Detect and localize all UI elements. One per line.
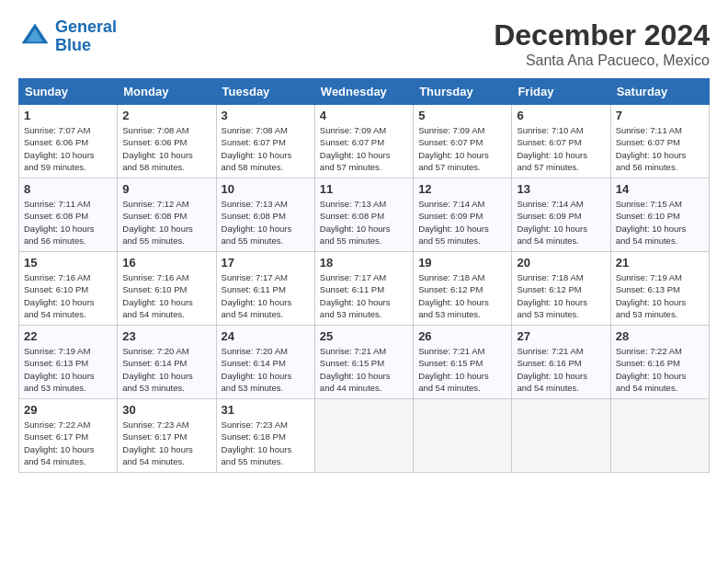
logo: General Blue [18,18,117,55]
day-number: 7 [616,109,704,122]
day-cell: 9Sunrise: 7:12 AM Sunset: 6:08 PM Daylig… [118,178,216,252]
week-row-3: 15Sunrise: 7:16 AM Sunset: 6:10 PM Dayli… [19,252,710,326]
day-cell: 30Sunrise: 7:23 AM Sunset: 6:17 PM Dayli… [118,399,216,473]
day-number: 31 [222,403,310,417]
day-info: Sunrise: 7:08 AM Sunset: 6:07 PM Dayligh… [222,124,310,173]
day-cell: 24Sunrise: 7:20 AM Sunset: 6:14 PM Dayli… [216,326,314,399]
day-cell [512,399,610,473]
day-info: Sunrise: 7:16 AM Sunset: 6:10 PM Dayligh… [24,271,112,320]
day-number: 14 [616,182,704,196]
day-number: 28 [616,329,704,343]
location-title: Santa Ana Pacueco, Mexico [494,52,710,69]
day-cell: 6Sunrise: 7:10 AM Sunset: 6:07 PM Daylig… [512,105,610,178]
logo-line2: Blue [55,36,91,54]
day-info: Sunrise: 7:23 AM Sunset: 6:18 PM Dayligh… [222,419,310,467]
header-monday: Monday [118,79,216,105]
day-cell: 12Sunrise: 7:14 AM Sunset: 6:09 PM Dayli… [414,178,512,252]
day-cell: 22Sunrise: 7:19 AM Sunset: 6:13 PM Dayli… [19,326,118,399]
logo-text: General Blue [55,18,117,55]
day-info: Sunrise: 7:11 AM Sunset: 6:07 PM Dayligh… [616,124,704,173]
day-cell: 16Sunrise: 7:16 AM Sunset: 6:10 PM Dayli… [118,252,216,326]
day-cell: 26Sunrise: 7:21 AM Sunset: 6:15 PM Dayli… [414,326,512,399]
day-cell: 29Sunrise: 7:22 AM Sunset: 6:17 PM Dayli… [19,399,118,473]
title-area: December 2024 Santa Ana Pacueco, Mexico [494,18,710,69]
day-cell: 14Sunrise: 7:15 AM Sunset: 6:10 PM Dayli… [610,178,709,252]
day-number: 8 [24,182,112,196]
day-number: 22 [24,329,112,343]
day-cell: 23Sunrise: 7:20 AM Sunset: 6:14 PM Dayli… [118,326,216,399]
week-row-5: 29Sunrise: 7:22 AM Sunset: 6:17 PM Dayli… [19,399,710,473]
day-cell [314,399,413,473]
day-cell: 7Sunrise: 7:11 AM Sunset: 6:07 PM Daylig… [610,105,709,178]
day-number: 26 [418,329,506,343]
day-info: Sunrise: 7:08 AM Sunset: 6:06 PM Dayligh… [122,124,210,173]
day-cell: 20Sunrise: 7:18 AM Sunset: 6:12 PM Dayli… [512,252,610,326]
day-cell: 3Sunrise: 7:08 AM Sunset: 6:07 PM Daylig… [216,105,314,178]
header-sunday: Sunday [19,79,118,105]
day-number: 25 [320,329,408,343]
day-info: Sunrise: 7:22 AM Sunset: 6:17 PM Dayligh… [24,419,112,467]
day-info: Sunrise: 7:21 AM Sunset: 6:15 PM Dayligh… [320,345,408,394]
day-cell: 17Sunrise: 7:17 AM Sunset: 6:11 PM Dayli… [216,252,314,326]
day-cell: 31Sunrise: 7:23 AM Sunset: 6:18 PM Dayli… [216,399,314,473]
day-info: Sunrise: 7:21 AM Sunset: 6:15 PM Dayligh… [418,345,506,394]
day-info: Sunrise: 7:20 AM Sunset: 6:14 PM Dayligh… [222,345,310,394]
day-info: Sunrise: 7:19 AM Sunset: 6:13 PM Dayligh… [616,271,704,320]
day-number: 23 [122,329,210,343]
day-number: 3 [222,109,310,122]
day-number: 12 [418,182,506,196]
day-info: Sunrise: 7:13 AM Sunset: 6:08 PM Dayligh… [222,198,310,247]
day-cell: 15Sunrise: 7:16 AM Sunset: 6:10 PM Dayli… [19,252,118,326]
day-number: 21 [616,256,704,270]
logo-line1: General [55,17,117,36]
day-number: 18 [320,256,408,270]
day-info: Sunrise: 7:21 AM Sunset: 6:16 PM Dayligh… [517,345,605,394]
day-info: Sunrise: 7:13 AM Sunset: 6:08 PM Dayligh… [320,198,408,247]
day-cell: 25Sunrise: 7:21 AM Sunset: 6:15 PM Dayli… [314,326,413,399]
week-row-1: 1Sunrise: 7:07 AM Sunset: 6:06 PM Daylig… [19,105,710,178]
calendar-table: SundayMondayTuesdayWednesdayThursdayFrid… [18,78,710,473]
header-saturday: Saturday [610,79,709,105]
day-cell: 11Sunrise: 7:13 AM Sunset: 6:08 PM Dayli… [314,178,413,252]
day-number: 11 [320,182,408,196]
day-cell [414,399,512,473]
day-cell [610,399,709,473]
day-info: Sunrise: 7:22 AM Sunset: 6:16 PM Dayligh… [616,345,704,394]
month-title: December 2024 [494,18,710,52]
day-cell: 10Sunrise: 7:13 AM Sunset: 6:08 PM Dayli… [216,178,314,252]
day-info: Sunrise: 7:14 AM Sunset: 6:09 PM Dayligh… [418,198,506,247]
day-cell: 13Sunrise: 7:14 AM Sunset: 6:09 PM Dayli… [512,178,610,252]
week-row-2: 8Sunrise: 7:11 AM Sunset: 6:08 PM Daylig… [19,178,710,252]
day-info: Sunrise: 7:17 AM Sunset: 6:11 PM Dayligh… [320,271,408,320]
day-info: Sunrise: 7:09 AM Sunset: 6:07 PM Dayligh… [418,124,506,173]
day-info: Sunrise: 7:15 AM Sunset: 6:10 PM Dayligh… [616,198,704,247]
day-info: Sunrise: 7:18 AM Sunset: 6:12 PM Dayligh… [418,271,506,320]
header-row: SundayMondayTuesdayWednesdayThursdayFrid… [19,79,710,105]
header-thursday: Thursday [414,79,512,105]
day-info: Sunrise: 7:20 AM Sunset: 6:14 PM Dayligh… [122,345,210,394]
day-number: 2 [122,109,210,122]
day-number: 27 [517,329,605,343]
day-number: 20 [517,256,605,270]
week-row-4: 22Sunrise: 7:19 AM Sunset: 6:13 PM Dayli… [19,326,710,399]
day-info: Sunrise: 7:18 AM Sunset: 6:12 PM Dayligh… [517,271,605,320]
day-info: Sunrise: 7:12 AM Sunset: 6:08 PM Dayligh… [122,198,210,247]
day-number: 10 [222,182,310,196]
day-number: 6 [517,109,605,122]
day-cell: 18Sunrise: 7:17 AM Sunset: 6:11 PM Dayli… [314,252,413,326]
day-number: 15 [24,256,112,270]
header-tuesday: Tuesday [216,79,314,105]
day-number: 9 [122,182,210,196]
day-number: 1 [24,109,112,122]
day-cell: 1Sunrise: 7:07 AM Sunset: 6:06 PM Daylig… [19,105,118,178]
day-cell: 2Sunrise: 7:08 AM Sunset: 6:06 PM Daylig… [118,105,216,178]
day-number: 29 [24,403,112,417]
day-info: Sunrise: 7:09 AM Sunset: 6:07 PM Dayligh… [320,124,408,173]
day-info: Sunrise: 7:11 AM Sunset: 6:08 PM Dayligh… [24,198,112,247]
day-info: Sunrise: 7:16 AM Sunset: 6:10 PM Dayligh… [122,271,210,320]
header: General Blue December 2024 Santa Ana Pac… [18,18,710,69]
day-info: Sunrise: 7:10 AM Sunset: 6:07 PM Dayligh… [517,124,605,173]
header-friday: Friday [512,79,610,105]
day-info: Sunrise: 7:07 AM Sunset: 6:06 PM Dayligh… [24,124,112,173]
day-cell: 8Sunrise: 7:11 AM Sunset: 6:08 PM Daylig… [19,178,118,252]
